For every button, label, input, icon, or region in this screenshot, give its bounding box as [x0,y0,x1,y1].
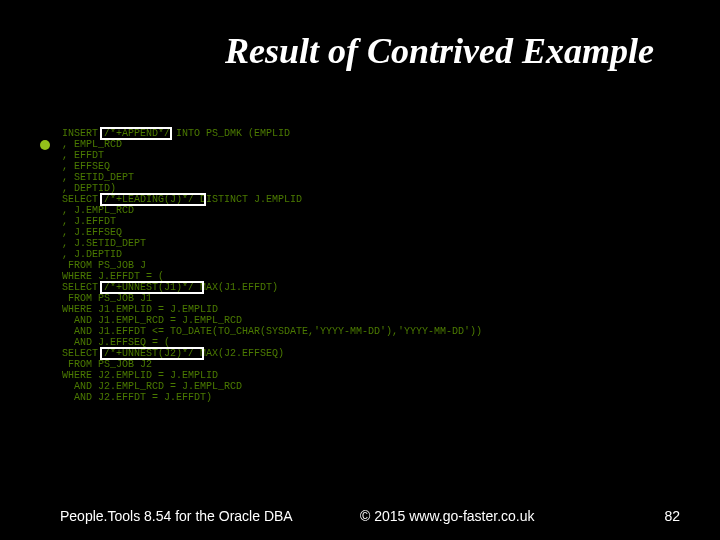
sql-code-block: INSERT /*+APPEND*/ INTO PS_DMK (EMPLID, … [62,128,642,403]
code-line: , J.DEPTID [62,249,642,260]
slide: Result of Contrived Example INSERT /*+AP… [0,0,720,540]
code-line: , DEPTID) [62,183,642,194]
page-number: 82 [664,508,680,524]
footer-center: © 2015 www.go-faster.co.uk [360,508,535,524]
code-line: , EMPL_RCD [62,139,642,150]
code-line: FROM PS_JOB J1 [62,293,642,304]
code-line: AND J1.EFFDT <= TO_DATE(TO_CHAR(SYSDATE,… [62,326,642,337]
code-line: WHERE J.EFFDT = ( [62,271,642,282]
code-line: , SETID_DEPT [62,172,642,183]
code-line: AND J2.EFFDT = J.EFFDT) [62,392,642,403]
code-line: , J.EMPL_RCD [62,205,642,216]
code-line: SELECT /*+UNNEST(J1)*/ MAX(J1.EFFDT) [62,282,642,293]
code-line: SELECT /*+LEADING(J)*/ DISTINCT J.EMPLID [62,194,642,205]
code-line: , J.EFFSEQ [62,227,642,238]
code-line: AND J.EFFSEQ = ( [62,337,642,348]
code-line: WHERE J2.EMPLID = J.EMPLID [62,370,642,381]
code-line: AND J1.EMPL_RCD = J.EMPL_RCD [62,315,642,326]
bullet-icon [40,140,50,150]
code-line: SELECT /*+UNNEST(J2)*/ MAX(J2.EFFSEQ) [62,348,642,359]
code-line: WHERE J1.EMPLID = J.EMPLID [62,304,642,315]
code-line: , EFFDT [62,150,642,161]
code-line: AND J2.EMPL_RCD = J.EMPL_RCD [62,381,642,392]
code-line: , J.SETID_DEPT [62,238,642,249]
code-line: , J.EFFDT [62,216,642,227]
code-line: FROM PS_JOB J [62,260,642,271]
code-line: , EFFSEQ [62,161,642,172]
code-line: FROM PS_JOB J2 [62,359,642,370]
code-line: INSERT /*+APPEND*/ INTO PS_DMK (EMPLID [62,128,642,139]
slide-title: Result of Contrived Example [60,30,654,72]
footer-left: People.Tools 8.54 for the Oracle DBA [60,508,293,524]
